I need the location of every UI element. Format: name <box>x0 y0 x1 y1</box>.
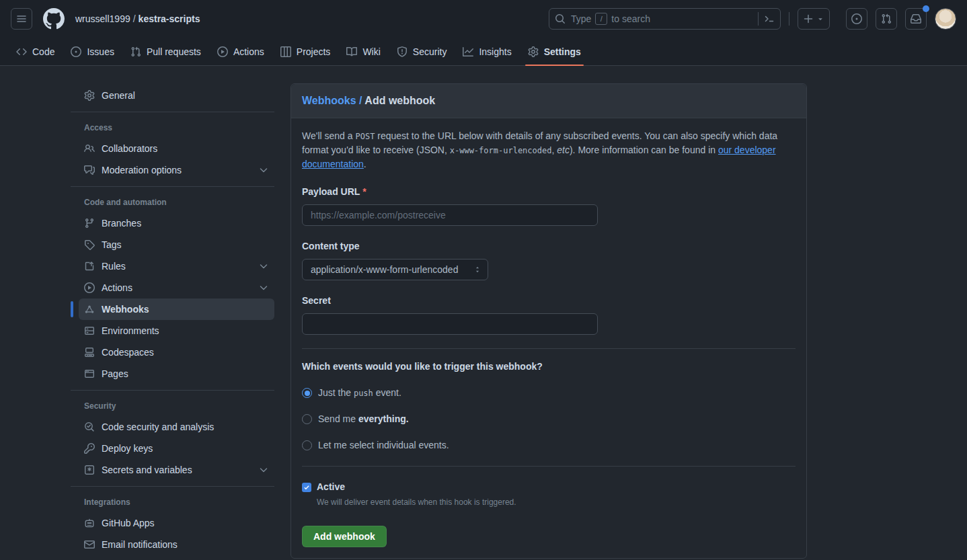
sidebar-item-label: Moderation options <box>102 165 182 175</box>
sidebar-item-moderation-options[interactable]: Moderation options <box>79 159 274 181</box>
breadcrumb: wrussell1999/kestra-scripts <box>75 13 200 24</box>
global-topbar: wrussell1999/kestra-scripts Type / to se… <box>0 0 967 38</box>
comment-discussion-icon <box>84 165 95 175</box>
sidebar-item-github-apps[interactable]: GitHub Apps <box>79 512 274 534</box>
webhook-icon <box>84 304 95 315</box>
sidebar-item-deploy-keys[interactable]: Deploy keys <box>79 438 274 459</box>
radio-button[interactable] <box>302 440 312 450</box>
github-logo[interactable] <box>43 8 65 30</box>
sidebar-item-label: Branches <box>102 218 141 229</box>
inline-code-post: POST <box>355 132 375 141</box>
webhooks-breadcrumb-link[interactable]: Webhooks / <box>302 95 364 106</box>
tab-pull-requests[interactable]: Pull requests <box>125 38 206 65</box>
card-header-breadcrumb: Webhooks / Add webhook <box>291 84 806 118</box>
tab-security[interactable]: Security <box>391 38 453 65</box>
sidebar-item-codespaces[interactable]: Codespaces <box>79 342 274 363</box>
payload-url-input[interactable] <box>302 204 598 226</box>
inline-code-push: push <box>354 389 373 398</box>
sidebar-item-secrets-variables[interactable]: Secrets and variables <box>79 459 274 481</box>
select-arrows-icon <box>473 265 482 274</box>
server-icon <box>84 325 95 336</box>
user-avatar[interactable] <box>935 8 956 30</box>
terminal-icon <box>764 13 775 24</box>
tab-actions[interactable]: Actions <box>212 38 270 65</box>
codescan-icon <box>84 422 95 432</box>
radio-button-checked[interactable] <box>302 388 312 398</box>
sidebar-item-label: Pages <box>102 368 128 379</box>
table-icon <box>280 46 291 57</box>
check-icon <box>303 484 310 491</box>
sidebar-item-webhooks[interactable]: Webhooks <box>79 298 274 320</box>
code-icon <box>16 46 27 57</box>
topbar-divider <box>789 12 789 26</box>
tab-issues[interactable]: Issues <box>65 38 119 65</box>
global-search-input[interactable]: Type / to search <box>549 8 781 30</box>
app-header: wrussell1999/kestra-scripts Type / to se… <box>0 0 967 66</box>
sidebar-item-pages[interactable]: Pages <box>79 363 274 385</box>
sidebar-item-label: General <box>102 90 135 101</box>
inline-code-urlencoded: x-www-form-urlencoded <box>450 146 552 155</box>
tab-label: Projects <box>297 46 331 57</box>
add-webhook-card: Webhooks / Add webhook We'll send a POST… <box>291 83 807 559</box>
breadcrumb-repo-link[interactable]: kestra-scripts <box>139 13 200 24</box>
payload-url-label: Payload URL* <box>302 185 796 199</box>
create-new-button[interactable] <box>798 8 830 30</box>
add-webhook-button[interactable]: Add webhook <box>302 526 387 547</box>
search-placeholder-after: to search <box>611 13 650 24</box>
tab-projects[interactable]: Projects <box>275 38 336 65</box>
sidebar-item-collaborators[interactable]: Collaborators <box>79 138 274 159</box>
sidebar-item-tags[interactable]: Tags <box>79 234 274 255</box>
sidebar-item-environments[interactable]: Environments <box>79 320 274 342</box>
form-divider <box>302 348 796 349</box>
tab-code[interactable]: Code <box>11 38 60 65</box>
global-menu-button[interactable] <box>11 8 32 30</box>
search-icon <box>555 13 566 24</box>
git-pull-request-icon <box>130 46 141 57</box>
codespaces-icon <box>84 347 95 358</box>
settings-sidebar: General Access Collaborators Moderation … <box>71 83 274 555</box>
content-type-select[interactable]: application/x-www-form-urlencoded <box>302 259 488 280</box>
play-icon <box>84 282 95 293</box>
content-type-selected-value: application/x-www-form-urlencoded <box>311 263 458 277</box>
sidebar-item-label: GitHub Apps <box>102 518 155 528</box>
radio-just-push[interactable]: Just the push event. <box>302 386 796 400</box>
sidebar-item-email-notifications[interactable]: Email notifications <box>79 534 274 555</box>
radio-individual-events[interactable]: Let me select individual events. <box>302 438 796 452</box>
sidebar-item-label: Secrets and variables <box>102 465 192 475</box>
sidebar-item-code-security[interactable]: Code security and analysis <box>79 416 274 438</box>
radio-send-everything[interactable]: Send me everything. <box>302 412 796 426</box>
active-checkbox-row[interactable]: Active <box>302 480 796 494</box>
search-placeholder-before: Type <box>571 13 591 24</box>
mail-icon <box>84 539 95 550</box>
tab-insights[interactable]: Insights <box>457 38 516 65</box>
graph-icon <box>463 46 473 57</box>
tab-label: Actions <box>233 46 264 57</box>
key-icon <box>84 443 95 454</box>
issues-dashboard-button[interactable] <box>846 8 867 30</box>
repo-nav-tabs: Code Issues Pull requests Actions Projec… <box>0 38 967 65</box>
pull-requests-dashboard-button[interactable] <box>876 8 897 30</box>
sidebar-divider <box>71 186 274 187</box>
sidebar-item-label: Environments <box>102 325 159 336</box>
sidebar-item-rules[interactable]: Rules <box>79 255 274 277</box>
sidebar-item-label: Email notifications <box>102 539 178 550</box>
sidebar-item-actions[interactable]: Actions <box>79 277 274 298</box>
tab-label: Security <box>413 46 447 57</box>
tab-settings[interactable]: Settings <box>523 38 586 65</box>
sidebar-item-label: Webhooks <box>102 304 149 315</box>
sidebar-item-label: Tags <box>102 239 122 250</box>
radio-button[interactable] <box>302 414 312 424</box>
inbox-icon <box>911 13 921 24</box>
content-type-label: Content type <box>302 239 796 253</box>
command-palette-button[interactable] <box>758 12 775 26</box>
sidebar-item-general[interactable]: General <box>79 85 274 106</box>
secret-input[interactable] <box>302 313 598 335</box>
tab-wiki[interactable]: Wiki <box>341 38 385 65</box>
breadcrumb-owner-link[interactable]: wrussell1999 <box>75 13 130 24</box>
sidebar-item-label: Codespaces <box>102 347 154 358</box>
active-checkbox[interactable] <box>302 483 311 492</box>
github-mark-icon <box>43 8 65 30</box>
sidebar-item-branches[interactable]: Branches <box>79 212 274 234</box>
sidebar-section-code-automation: Code and automation <box>71 198 274 207</box>
unread-notification-dot <box>923 5 929 12</box>
